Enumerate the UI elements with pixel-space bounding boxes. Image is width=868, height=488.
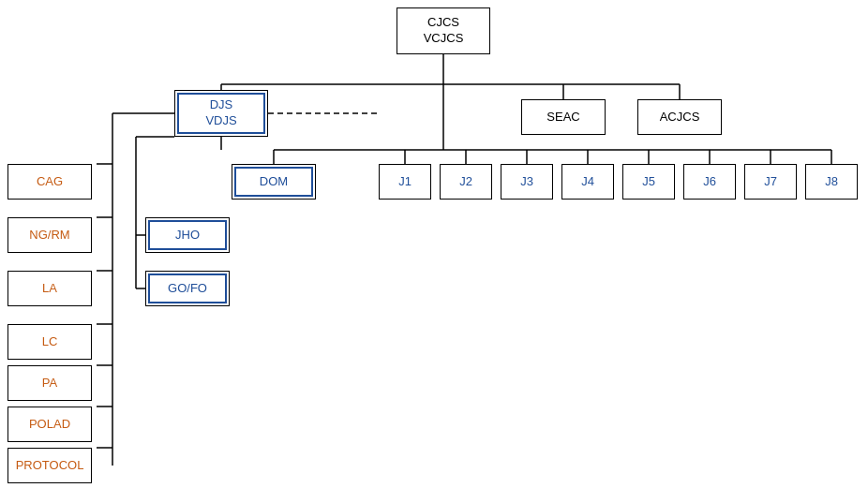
j3-label: J3 (520, 174, 533, 190)
j7-node: J7 (744, 164, 797, 200)
gofo-node: GO/FO (145, 271, 230, 306)
j2-label: J2 (459, 174, 472, 190)
cjcs-node: CJCS VCJCS (397, 7, 490, 54)
j1-label: J1 (398, 174, 412, 190)
gofo-label: GO/FO (168, 281, 207, 297)
djs-label: DJS VDJS (205, 97, 236, 129)
ngrm-label: NG/RM (29, 228, 69, 244)
jho-label: JHO (175, 228, 200, 244)
protocol-node: PROTOCOL (7, 448, 92, 483)
lc-node: LC (7, 324, 92, 360)
j8-label: J8 (825, 174, 838, 190)
j6-node: J6 (683, 164, 736, 200)
connector-lines (0, 0, 868, 488)
pa-label: PA (42, 376, 57, 392)
pa-node: PA (7, 365, 92, 401)
dom-node: DOM (232, 164, 316, 200)
dom-label: DOM (260, 174, 288, 190)
lc-label: LC (42, 334, 58, 350)
seac-node: SEAC (521, 99, 606, 135)
acjcs-node: ACJCS (637, 99, 722, 135)
djs-node: DJS VDJS (174, 90, 268, 137)
cag-label: CAG (37, 174, 63, 190)
j4-node: J4 (561, 164, 614, 200)
j4-label: J4 (581, 174, 594, 190)
j2-node: J2 (440, 164, 492, 200)
j6-label: J6 (703, 174, 716, 190)
cjcs-label: CJCS VCJCS (424, 15, 464, 47)
protocol-label: PROTOCOL (16, 458, 84, 474)
j3-node: J3 (501, 164, 553, 200)
polad-label: POLAD (29, 417, 70, 433)
j7-label: J7 (764, 174, 777, 190)
j5-node: J5 (622, 164, 675, 200)
org-chart: CJCS VCJCS DJS VDJS SEAC ACJCS DOM J1 J2… (0, 0, 868, 488)
polad-node: POLAD (7, 407, 92, 442)
acjcs-label: ACJCS (660, 110, 700, 126)
seac-label: SEAC (546, 110, 579, 126)
j5-label: J5 (642, 174, 655, 190)
cag-node: CAG (7, 164, 92, 200)
j8-node: J8 (805, 164, 858, 200)
j1-node: J1 (379, 164, 431, 200)
la-node: LA (7, 271, 92, 306)
jho-node: JHO (145, 217, 230, 253)
la-label: LA (42, 281, 57, 297)
ngrm-node: NG/RM (7, 217, 92, 253)
